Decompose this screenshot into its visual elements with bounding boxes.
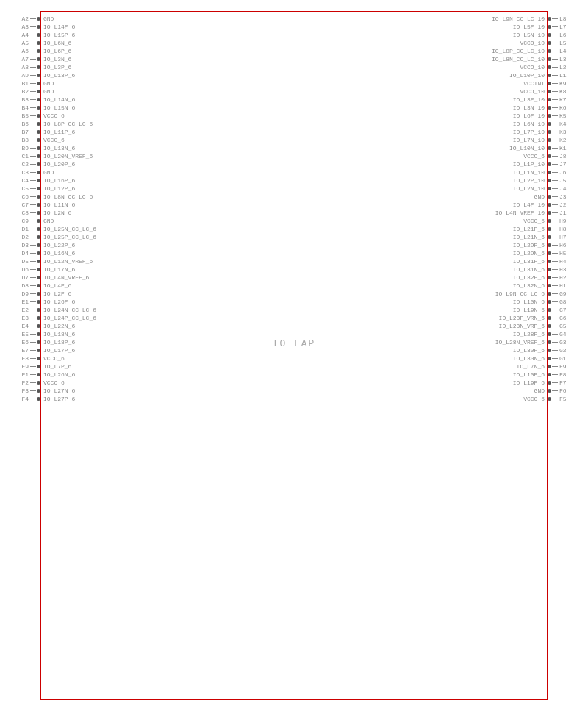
left-pin-line xyxy=(30,83,36,84)
left-pin-row: B9 xyxy=(0,144,40,152)
inner-left-signal-row: IO_L26P_6 xyxy=(40,298,202,306)
right-pin-id: H8 xyxy=(559,226,567,232)
inner-right-signal-row: IO_L8N_CC_LC_10 xyxy=(364,55,548,63)
inner-left-signal-label: IO_L12P_6 xyxy=(43,185,75,192)
inner-left-signal-row: IO_L15P_6 xyxy=(40,31,202,39)
right-pin-row: F7 xyxy=(548,379,588,387)
inner-right-signal-row: IO_L1N_10 xyxy=(364,168,548,176)
right-pin-row: L6 xyxy=(548,31,588,39)
left-pin-line xyxy=(30,301,36,302)
inner-right-signal-label: IO_L8P_CC_LC_10 xyxy=(492,48,545,54)
inner-left-signal-row: IO_L4P_6 xyxy=(40,282,202,290)
right-pin-row: J2 xyxy=(548,201,588,209)
right-pin-dot xyxy=(548,57,551,61)
left-pin-id: E6 xyxy=(21,339,29,346)
inner-left-signal-label: GND xyxy=(43,15,54,22)
inner-right-signal-row: IO_L2N_10 xyxy=(364,185,548,193)
left-pin-row: C5 xyxy=(0,185,40,193)
right-pin-dot xyxy=(548,373,551,376)
inner-left-signal-label: IO_L8N_CC_LC_6 xyxy=(43,193,93,200)
right-pin-line xyxy=(552,156,558,157)
right-pin-dot xyxy=(548,17,551,21)
left-pin-line xyxy=(30,374,36,375)
left-pin-row: E4 xyxy=(0,322,40,330)
inner-left-signal-row: IO_L16P_6 xyxy=(40,176,202,185)
inner-left-signal-row: IO_L11P_6 xyxy=(40,128,202,136)
right-pin-id: K9 xyxy=(559,80,567,87)
right-pin-line xyxy=(552,172,558,173)
left-pin-id: C1 xyxy=(21,153,29,160)
inner-left-signal-row: IO_L22N_6 xyxy=(40,322,202,330)
inner-right-signal-label: VCCO_6 xyxy=(523,153,545,160)
inner-right-signal-label: IO_L28P_6 xyxy=(513,331,545,337)
right-pin-id: G8 xyxy=(559,299,567,305)
inner-left-signal-row: VCCO_6 xyxy=(40,136,202,144)
inner-right-signal-label: VCCO_10 xyxy=(520,40,545,46)
inner-left-signal-label: IO_L18P_6 xyxy=(43,339,75,346)
right-pin-line xyxy=(552,342,558,343)
inner-left-signal-label: IO_L24N_CC_LC_6 xyxy=(43,307,96,313)
chip-center-label: IO LAP xyxy=(273,338,316,349)
right-pin-id: J6 xyxy=(559,169,567,176)
right-pin-line xyxy=(552,310,558,310)
right-pin-line xyxy=(552,261,558,262)
right-pin-id: H6 xyxy=(559,242,567,249)
right-pin-row: H9 xyxy=(548,217,588,225)
right-pin-id: H1 xyxy=(559,282,567,289)
inner-right-signal-label: IO_L29N_6 xyxy=(513,250,545,257)
right-pin-id: F5 xyxy=(559,396,567,402)
left-pin-row: B1 xyxy=(0,79,40,87)
inner-left-signal-row: IO_L27P_6 xyxy=(40,395,202,403)
right-pin-row: J7 xyxy=(548,160,588,168)
inner-right-signal-row: IO_L3P_10 xyxy=(364,96,548,104)
right-pin-line xyxy=(552,67,558,68)
right-pin-line xyxy=(552,285,558,286)
right-pin-line xyxy=(552,277,558,278)
inner-right-signal-label: IO_L2N_10 xyxy=(513,185,545,192)
right-pin-row: H3 xyxy=(548,265,588,274)
right-pin-line xyxy=(552,390,558,391)
inner-left-signal-row: GND xyxy=(40,217,202,225)
right-pin-line xyxy=(552,245,558,246)
left-pin-line xyxy=(30,350,36,351)
right-pin-dot xyxy=(548,235,551,239)
inner-right-signal-row: GND xyxy=(364,193,548,201)
right-pin-dot xyxy=(548,219,551,223)
right-pin-line xyxy=(552,301,558,302)
left-pin-line xyxy=(30,318,36,318)
left-pin-line xyxy=(30,310,36,310)
right-pin-row: K4 xyxy=(548,120,588,128)
left-pin-id: D9 xyxy=(21,290,29,297)
right-pin-id: K6 xyxy=(559,104,567,111)
inner-left-signal-label: IO_L27N_6 xyxy=(43,387,75,394)
inner-right-signal-row: IO_L7P_10 xyxy=(364,128,548,136)
right-pins-container: L8L7L6L5L4L3L2L1K9K8K7K6K5K4K3K2K1J8J7J6… xyxy=(548,15,588,403)
left-pin-id: F4 xyxy=(21,396,29,402)
left-pin-row: A7 xyxy=(0,55,40,63)
right-pin-dot xyxy=(548,211,551,215)
right-pin-dot xyxy=(548,65,551,69)
inner-right-signal-row: IO_L23N_VRP_6 xyxy=(364,322,548,330)
inner-right-signal-row: IO_L1P_10 xyxy=(364,160,548,168)
inner-right-signal-label: IO_L3P_10 xyxy=(513,96,545,103)
left-pin-line xyxy=(30,221,36,221)
right-pin-row: L5 xyxy=(548,39,588,47)
right-pin-line xyxy=(552,221,558,221)
inner-left-signal-label: IO_L27P_6 xyxy=(43,396,75,402)
right-pin-id: J2 xyxy=(559,201,567,208)
inner-left-signal-row: VCCO_6 xyxy=(40,112,202,120)
left-pin-line xyxy=(30,51,36,51)
left-pin-line xyxy=(30,237,36,237)
left-pin-id: E9 xyxy=(21,363,29,370)
right-pin-id: G4 xyxy=(559,331,567,337)
right-pin-row: G7 xyxy=(548,306,588,314)
inner-right-signal-label: IO_L31P_6 xyxy=(513,258,545,265)
right-pin-row: F5 xyxy=(548,395,588,403)
inner-right-signal-row: IO_L3N_10 xyxy=(364,104,548,112)
right-pin-row: H8 xyxy=(548,225,588,233)
left-pin-line xyxy=(30,107,36,108)
inner-left-signal-label: IO_L11P_6 xyxy=(43,129,75,135)
left-pin-row: C6 xyxy=(0,193,40,201)
right-pin-dot xyxy=(548,324,551,328)
inner-left-signal-label: GND xyxy=(43,218,54,224)
